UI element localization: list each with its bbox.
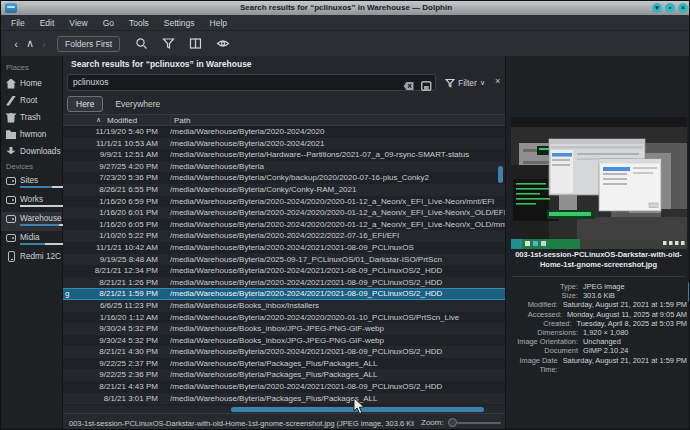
cell-path: /media/Warehouse/Books_inbox/Installers (170, 300, 319, 312)
horizontal-scrollbar-track[interactable] (63, 406, 505, 413)
filter-dropdown[interactable]: Filter ∨ (445, 75, 485, 91)
cell-path: /media/Warehouse/Byteria/2025-09-17_PCLi… (170, 254, 442, 266)
property-value: Saturday, August 21, 2021 at 1:59 PM (558, 300, 687, 309)
sidebar-device-item[interactable]: Works (1, 193, 62, 212)
table-row[interactable]: 1/16/20 6:59 PM /media/Warehouse/Byteria… (63, 196, 505, 208)
table-row[interactable]: 9/9/21 12:51 AM /media/Warehouse/Byteria… (63, 149, 505, 161)
menu-item[interactable]: Settings (164, 18, 195, 28)
table-row[interactable]: 8/26/21 6:55 PM /media/Warehouse/Byteria… (63, 184, 505, 196)
menu-bar: FileEditViewGoToolsSettingsHelp (1, 15, 690, 31)
menu-item[interactable]: File (11, 18, 25, 28)
chevron-down-icon: ∨ (480, 79, 485, 87)
split-view-icon[interactable] (189, 37, 202, 50)
table-row[interactable]: 11/1/21 10:42 AM /media/Warehouse/Byteri… (63, 242, 505, 254)
table-row[interactable]: 1/10/20 5:22 PM /media/Warehouse/Byteria… (63, 230, 505, 242)
property-label: Image Orientation: (506, 337, 578, 346)
cell-modified: 8/26/21 6:55 PM (63, 184, 158, 196)
menu-item[interactable]: Edit (40, 18, 55, 28)
preview-filename: 003-1st-session-PCLinuxOS-Darkstar-with-… (510, 250, 687, 270)
preview-eye-icon[interactable] (216, 37, 230, 50)
table-row[interactable]: 7/23/20 5:36 PM /media/Warehouse/Byteria… (63, 172, 505, 184)
sidebar-device-item[interactable]: Sites (1, 174, 62, 193)
vertical-scrollbar[interactable] (498, 166, 503, 183)
close-button[interactable]: × (678, 3, 688, 13)
maximize-button[interactable]: ▪ (665, 3, 675, 13)
title-bar[interactable]: Search results for “pclinuxos” in Wareho… (1, 1, 690, 15)
sidebar-device-item[interactable]: Redmi 12C (1, 250, 62, 269)
cell-path: /media/Warehouse/Byteria/Conky/Conky-RAM… (170, 184, 356, 196)
table-header[interactable]: ∧ Modified Path (63, 114, 505, 126)
scope-here-button[interactable]: Here (67, 96, 103, 112)
table-row[interactable]: 9/22/25 2:37 PM /media/Warehouse/Byteria… (63, 358, 505, 370)
device-label: Sites (20, 176, 38, 185)
place-label: hwmon (20, 130, 46, 139)
zoom-slider-handle[interactable] (448, 418, 457, 427)
menu-item[interactable]: Tools (129, 18, 149, 28)
sidebar-place-item[interactable]: Home (1, 75, 62, 92)
sidebar-place-item[interactable]: Root (1, 92, 62, 109)
table-row[interactable]: 11/1/21 10:53 AM /media/Warehouse/Byteri… (63, 138, 505, 150)
menu-item[interactable]: Help (210, 18, 227, 28)
cell-modified: 8/1/21 3:01 PM (63, 393, 158, 405)
search-input[interactable]: pclinuxos (67, 74, 436, 91)
close-search-icon[interactable]: × (495, 76, 500, 86)
panel-separator (512, 276, 685, 277)
table-row[interactable]: 8/21/21 4:43 PM /media/Warehouse/Byteria… (63, 381, 505, 393)
scope-everywhere-button[interactable]: Everywhere (107, 97, 168, 111)
clear-search-icon[interactable] (403, 77, 415, 95)
table-row[interactable]: 9/30/24 5:32 PM /media/Warehouse/Books_i… (63, 323, 505, 335)
table-row[interactable]: 8/1/21 3:01 PM /media/Warehouse/Byteria/… (63, 393, 505, 405)
table-row[interactable]: 6/6/25 11:23 PM /media/Warehouse/Books_i… (63, 300, 505, 312)
menu-item[interactable]: Go (103, 18, 114, 28)
folders-first-button[interactable]: Folders First (57, 36, 120, 52)
property-value: GIMP 2.10.24 (578, 346, 628, 355)
up-button[interactable]: ∧ (23, 37, 37, 50)
property-value: Tuesday, April 8, 2025 at 5:03 PM (571, 319, 687, 328)
cell-path: /media/Warehouse/Byteria/2020-2024/2020/… (170, 219, 505, 231)
filter-icon[interactable] (162, 37, 175, 50)
device-capacity-bar (20, 205, 64, 207)
cell-path: /media/Warehouse/Byteria/2020-2024/2021/… (170, 289, 442, 299)
save-search-icon[interactable] (421, 77, 432, 95)
table-row[interactable]: 8/21/21 1:26 PM /media/Warehouse/Byteria… (63, 277, 505, 289)
places-header: Places (1, 61, 62, 75)
property-value: JPEG image (578, 282, 625, 291)
results-table: 11/19/20 5:40 PM /media/Warehouse/Byteri… (63, 126, 505, 406)
back-button[interactable]: ‹ (9, 38, 23, 50)
sidebar-device-item[interactable]: Midia (1, 231, 62, 250)
table-row[interactable]: 8/21/21 12:34 PM /media/Warehouse/Byteri… (63, 265, 505, 277)
device-label: Warehouse (20, 214, 62, 223)
sidebar-place-item[interactable]: Trash (1, 109, 62, 126)
property-label: Accessed: (506, 310, 562, 319)
search-icon[interactable] (135, 37, 148, 50)
minimize-button[interactable]: ▾ (652, 3, 662, 13)
cell-path: /media/Warehouse/Byteria/2020-2024/2021/… (170, 277, 442, 289)
table-row[interactable]: 9/22/25 2:36 PM /media/Warehouse/Byteria… (63, 369, 505, 381)
zoom-slider-track[interactable] (457, 422, 501, 424)
sidebar-place-item[interactable]: hwmon (1, 126, 62, 143)
device-label: Midia (20, 233, 40, 242)
table-row[interactable]: 8/21/21 4:30 PM /media/Warehouse/Byteria… (63, 346, 505, 358)
table-row[interactable]: 11/19/20 5:40 PM /media/Warehouse/Byteri… (63, 126, 505, 138)
table-row[interactable]: 9/19/25 8:48 AM /media/Warehouse/Byteria… (63, 254, 505, 266)
menu-item[interactable]: View (69, 18, 87, 28)
cell-path: /media/Warehouse/Byteria/2020-2024/2020 (170, 126, 324, 138)
sidebar-device-item[interactable]: Warehouse (1, 212, 62, 231)
table-row[interactable]: g 8/21/21 1:59 PM /media/Warehouse/Byter… (63, 288, 505, 300)
forward-button[interactable]: › (37, 38, 51, 50)
property-row: Type: JPEG image (506, 282, 687, 291)
device-icon (6, 215, 16, 223)
cell-modified: 1/16/20 1:12 AM (63, 312, 158, 324)
sidebar-place-item[interactable]: Downloads (1, 143, 62, 160)
cell-path: /media/Warehouse/Byteria/2020-2024/2021 (170, 138, 324, 150)
filter-funnel-icon (445, 78, 455, 88)
cell-path: /media/Warehouse/Byteria/2020-2024/2022/… (170, 230, 399, 242)
table-row[interactable]: 1/16/20 6:01 PM /media/Warehouse/Byteria… (63, 207, 505, 219)
table-row[interactable]: 1/16/20 1:12 AM /media/Warehouse/Byteria… (63, 312, 505, 324)
table-row[interactable]: 9/30/24 5:32 PM /media/Warehouse/Books_i… (63, 335, 505, 347)
property-label: Type: (506, 282, 578, 291)
cell-modified: 1/16/20 6:01 PM (63, 207, 158, 219)
property-label: Modified: (506, 300, 558, 309)
table-row[interactable]: 1/16/20 6:05 PM /media/Warehouse/Byteria… (63, 219, 505, 231)
table-row[interactable]: 9/27/25 4:20 PM /media/Warehouse/Byteria (63, 161, 505, 173)
